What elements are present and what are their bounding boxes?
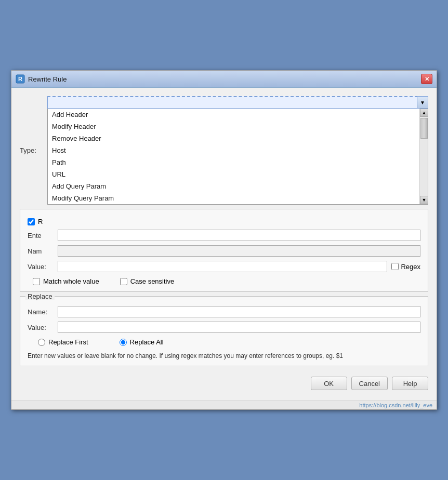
dropdown-scrollbar: ▲ ▼ — [419, 109, 428, 204]
regex-label: Regex — [401, 263, 420, 271]
radio-row: Replace First Replace All — [28, 338, 420, 346]
dropdown-item-url[interactable]: URL — [48, 168, 419, 180]
dropdown-scrollbar-wrapper: Add Header Modify Header Remove Header H… — [48, 109, 428, 204]
cancel-button[interactable]: Cancel — [351, 377, 388, 390]
name-input[interactable] — [58, 245, 420, 257]
replace-name-input[interactable] — [58, 306, 420, 317]
replace-first-label: Replace First — [48, 338, 88, 346]
dropdown-item-add-header[interactable]: Add Header — [48, 109, 419, 121]
enter-label: Ente — [28, 232, 54, 239]
dropdown-item-host[interactable]: Host — [48, 144, 419, 156]
type-row: Type: ▼ Add Header Modify Header Remove … — [20, 96, 428, 205]
value-row: Value: Regex — [28, 261, 420, 272]
name-label: Nam — [28, 247, 54, 255]
match-whole-value-option: Match whole value — [33, 277, 99, 285]
replace-name-row: Name: — [28, 306, 420, 317]
type-dropdown-list: Add Header Modify Header Remove Header H… — [47, 109, 428, 205]
scrollbar-track — [420, 117, 428, 196]
replace-section: Replace Name: Value: Replace First — [20, 296, 428, 366]
type-select-display[interactable] — [47, 96, 428, 109]
replace-content: Name: Value: Replace First Replace All — [28, 304, 420, 361]
title-bar: R Rewrite Rule ✕ — [11, 71, 437, 88]
replace-title: Replace — [25, 292, 55, 300]
help-button[interactable]: Help — [392, 377, 428, 390]
app-icon: R — [16, 74, 25, 84]
title-text: Rewrite Rule — [28, 75, 67, 83]
enter-input[interactable] — [58, 230, 420, 241]
title-bar-left: R Rewrite Rule — [16, 74, 67, 84]
type-dropdown-button[interactable]: ▼ — [417, 96, 428, 109]
button-row: OK Cancel Help — [20, 372, 428, 392]
close-button[interactable]: ✕ — [421, 74, 432, 84]
enter-row: Ente — [28, 230, 420, 241]
replace-first-option: Replace First — [38, 338, 88, 346]
checkbox-options: Match whole value Case sensitive — [28, 277, 420, 285]
info-text: Enter new values or leave blank for no c… — [28, 351, 420, 361]
regex-checkbox[interactable] — [391, 263, 399, 270]
replace-value-row: Value: — [28, 322, 420, 333]
replace-name-label: Name: — [28, 308, 54, 316]
value-label: Value: — [28, 263, 54, 271]
scrollbar-thumb[interactable] — [420, 118, 428, 139]
match-whole-value-label: Match whole value — [43, 277, 99, 285]
status-url: https://blog.csdn.net/lilly_eve — [359, 402, 432, 408]
where-checkbox-label: R — [38, 218, 43, 225]
dropdown-arrow-icon: ▼ — [420, 100, 425, 105]
replace-first-radio[interactable] — [38, 339, 45, 346]
replace-value-label: Value: — [28, 324, 54, 331]
scrollbar-down-button[interactable]: ▼ — [420, 196, 428, 204]
type-select-wrapper: ▼ Add Header Modify Header Remove Header… — [47, 96, 428, 205]
where-content: R Ente Nam Value: Regex — [28, 216, 420, 285]
svg-text:R: R — [18, 76, 22, 82]
value-input[interactable] — [58, 261, 387, 272]
case-sensitive-checkbox[interactable] — [120, 278, 127, 285]
replace-all-radio[interactable] — [120, 339, 127, 346]
dialog-content: Type: ▼ Add Header Modify Header Remove … — [11, 88, 437, 401]
replace-all-option: Replace All — [120, 338, 164, 346]
dropdown-item-modify-header[interactable]: Modify Header — [48, 121, 419, 132]
status-bar: https://blog.csdn.net/lilly_eve — [11, 401, 437, 409]
name-row: Nam — [28, 245, 420, 257]
replace-value-input[interactable] — [58, 322, 420, 333]
dropdown-item-add-query-param[interactable]: Add Query Param — [48, 180, 419, 192]
dropdown-item-path[interactable]: Path — [48, 156, 419, 168]
replace-all-label: Replace All — [130, 338, 164, 346]
dropdown-item-remove-header[interactable]: Remove Header — [48, 132, 419, 144]
where-checkbox-row: R — [28, 218, 420, 225]
where-checkbox[interactable] — [28, 218, 35, 225]
type-label: Type: — [20, 146, 43, 154]
dropdown-item-modify-query-param[interactable]: Modify Query Param — [48, 192, 419, 204]
match-whole-value-checkbox[interactable] — [33, 278, 40, 285]
case-sensitive-option: Case sensitive — [120, 277, 175, 285]
scrollbar-up-button[interactable]: ▲ — [420, 109, 428, 117]
dropdown-items: Add Header Modify Header Remove Header H… — [48, 109, 419, 204]
regex-check: Regex — [391, 263, 420, 271]
case-sensitive-label: Case sensitive — [130, 277, 175, 285]
ok-button[interactable]: OK — [311, 377, 347, 390]
where-section: R Ente Nam Value: Regex — [20, 209, 428, 292]
dialog-window: R Rewrite Rule ✕ Type: ▼ Add Header — [11, 70, 437, 410]
